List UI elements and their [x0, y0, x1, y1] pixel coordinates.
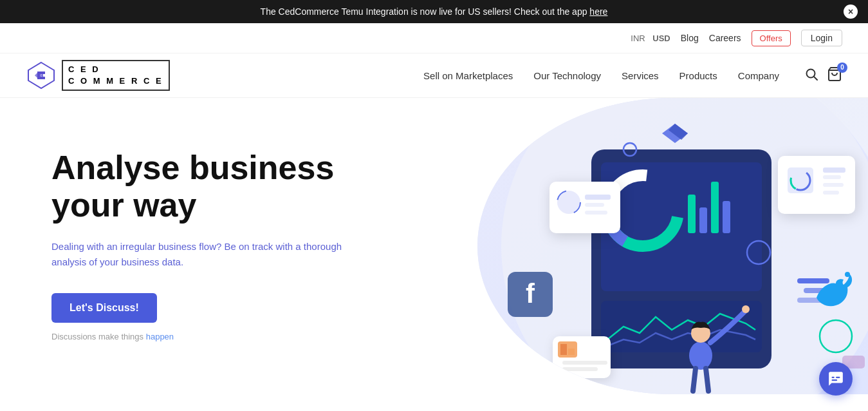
search-icon [805, 68, 818, 81]
hero-headline-line2: your way [51, 186, 196, 224]
hero-content: Analyse business your way Dealing with a… [0, 98, 477, 394]
svg-rect-30 [823, 175, 841, 179]
logo[interactable]: C E D C O M M E R C E [26, 60, 170, 91]
svg-line-3 [814, 77, 817, 80]
currency-usd[interactable]: USD [652, 33, 670, 43]
svg-rect-29 [823, 167, 845, 173]
logo-icon [26, 60, 57, 91]
svg-point-45 [845, 272, 850, 277]
cart-button[interactable]: 0 [827, 66, 842, 85]
nav-our-technology[interactable]: Our Technology [533, 70, 601, 81]
hero-illustration: f [477, 98, 868, 394]
svg-rect-22 [585, 211, 607, 215]
svg-rect-51 [832, 377, 835, 378]
hero-headline: Analyse business your way [51, 149, 439, 223]
hero-subtext: Dealing with an irregular business flow?… [51, 239, 360, 270]
nav-icons: 0 [805, 66, 842, 85]
login-button[interactable]: Login [801, 30, 842, 46]
currency-selector: INR USD [631, 33, 670, 43]
svg-rect-52 [836, 377, 840, 378]
nav-company[interactable]: Company [738, 70, 779, 81]
hero-section: Analyse business your way Dealing with a… [0, 98, 868, 394]
hero-illustration-area: f [477, 98, 868, 394]
svg-text:f: f [526, 278, 535, 309]
svg-rect-35 [560, 344, 567, 355]
svg-rect-36 [568, 349, 575, 355]
nav-sell-on-marketplaces[interactable]: Sell on Marketplaces [423, 70, 513, 81]
svg-rect-53 [832, 379, 838, 381]
hero-headline-line1: Analyse business [51, 149, 334, 186]
offers-button[interactable]: Offers [752, 30, 791, 46]
svg-rect-14 [699, 207, 707, 233]
svg-point-19 [557, 191, 580, 214]
svg-rect-13 [688, 195, 696, 233]
svg-rect-37 [562, 361, 607, 365]
utility-bar: INR USD Blog Careers Offers Login [0, 23, 868, 53]
tagline-part2: things [121, 332, 145, 341]
logo-text: C E D C O M M E R C E [62, 60, 170, 91]
chat-widget[interactable] [819, 362, 853, 394]
currency-inr[interactable]: INR [631, 33, 645, 43]
tagline-part1: Discussions make [51, 332, 121, 341]
chat-icon [827, 370, 844, 387]
close-announcement-button[interactable]: × [844, 5, 858, 19]
svg-point-48 [689, 341, 712, 370]
hero-tagline: Discussions make things happen [51, 332, 439, 341]
svg-rect-39 [797, 278, 829, 283]
hero-cta-button[interactable]: Let's Discuss! [51, 293, 157, 323]
search-button[interactable] [805, 68, 818, 84]
tagline-part3: happen [146, 332, 174, 341]
nav-services[interactable]: Services [622, 70, 659, 81]
blog-link[interactable]: Blog [681, 33, 699, 43]
announcement-bar: The CedCommerce Temu Integration is now … [0, 0, 868, 23]
main-header: C E D C O M M E R C E Sell on Marketplac… [0, 53, 868, 98]
careers-link[interactable]: Careers [709, 33, 741, 43]
announcement-link[interactable]: here [589, 6, 607, 17]
announcement-text: The CedCommerce Temu Integration is now … [261, 6, 590, 17]
svg-rect-15 [711, 182, 719, 233]
svg-rect-31 [823, 183, 844, 187]
svg-rect-20 [585, 195, 611, 200]
nav-products[interactable]: Products [679, 70, 717, 81]
svg-rect-38 [562, 367, 598, 371]
svg-rect-21 [585, 203, 604, 207]
svg-rect-16 [723, 201, 730, 233]
svg-rect-32 [823, 191, 839, 195]
svg-point-50 [742, 305, 750, 313]
main-nav: Sell on Marketplaces Our Technology Serv… [423, 66, 842, 85]
cart-badge: 0 [837, 62, 847, 73]
